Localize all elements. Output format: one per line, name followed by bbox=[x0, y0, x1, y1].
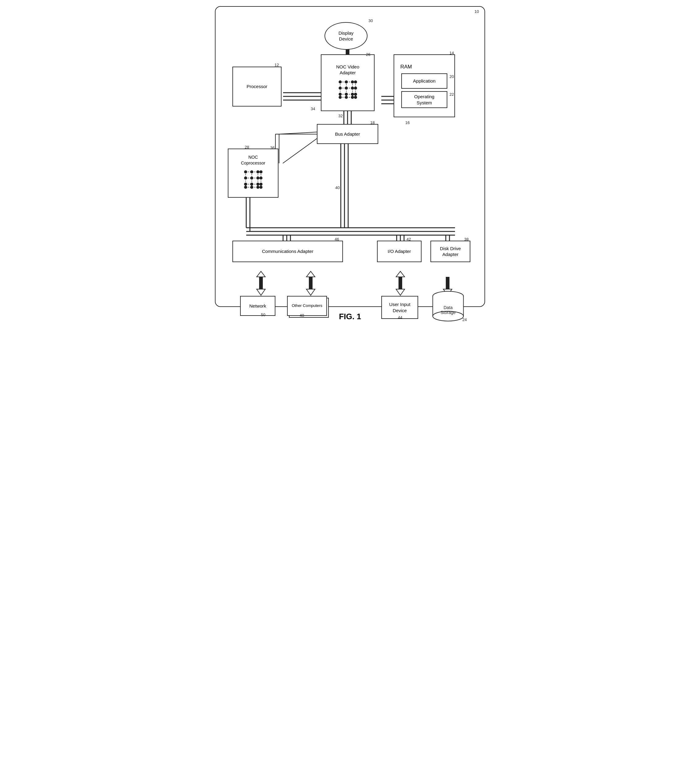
svg-point-90 bbox=[244, 177, 247, 180]
diagram-container: 10 bbox=[215, 6, 485, 307]
ref-30: 30 bbox=[368, 19, 373, 23]
ref-24: 24 bbox=[462, 318, 467, 322]
ref-20: 20 bbox=[449, 74, 454, 79]
ram-box: RAM Application Operating System bbox=[394, 54, 455, 117]
svg-point-73 bbox=[354, 93, 357, 96]
bus-adapter-label: Bus Adapter bbox=[335, 131, 360, 137]
application-box: Application bbox=[401, 74, 447, 89]
page-wrapper: 10 bbox=[212, 6, 488, 321]
ref-26: 26 bbox=[366, 52, 370, 57]
svg-line-21 bbox=[279, 132, 323, 134]
svg-point-101 bbox=[260, 186, 263, 189]
disk-drive-adapter-label: Disk Drive Adapter bbox=[440, 246, 461, 258]
communications-adapter-box: Communications Adapter bbox=[232, 241, 343, 262]
ref-36: 36 bbox=[270, 146, 274, 150]
processor-box: Processor bbox=[232, 67, 282, 106]
svg-point-62 bbox=[339, 80, 342, 83]
svg-point-96 bbox=[256, 183, 260, 186]
data-storage-container: Data Storage bbox=[431, 291, 466, 321]
ref-40: 40 bbox=[335, 185, 340, 190]
svg-point-76 bbox=[351, 96, 354, 99]
svg-marker-41 bbox=[257, 271, 265, 277]
noc-video-adapter-box: NOC Video Adapter bbox=[321, 54, 374, 111]
svg-point-74 bbox=[339, 96, 342, 99]
ref-12: 12 bbox=[274, 63, 279, 67]
svg-point-91 bbox=[250, 177, 253, 180]
svg-marker-43 bbox=[306, 289, 315, 295]
svg-point-65 bbox=[354, 80, 357, 83]
noc-coprocessor-box: NOC Coprocessor bbox=[228, 149, 279, 198]
processor-label: Processor bbox=[247, 83, 268, 90]
svg-point-66 bbox=[339, 86, 342, 90]
user-input-device-label: User Input Device bbox=[389, 301, 410, 313]
svg-point-72 bbox=[351, 93, 354, 96]
svg-point-68 bbox=[351, 86, 354, 90]
io-adapter-box: I/O Adapter bbox=[377, 241, 421, 262]
network-box: Network bbox=[240, 296, 276, 316]
ref-46: 46 bbox=[335, 237, 339, 241]
svg-point-92 bbox=[256, 177, 260, 180]
svg-point-70 bbox=[339, 93, 342, 96]
svg-text:Data: Data bbox=[444, 305, 453, 310]
svg-point-87 bbox=[250, 171, 253, 174]
application-label: Application bbox=[413, 78, 435, 84]
noc-coprocessor-label: NOC Coprocessor bbox=[241, 154, 265, 166]
svg-marker-40 bbox=[257, 289, 265, 295]
svg-point-97 bbox=[260, 183, 263, 186]
svg-point-71 bbox=[345, 93, 348, 96]
ref-48: 48 bbox=[300, 313, 304, 318]
svg-marker-46 bbox=[396, 289, 405, 295]
svg-point-89 bbox=[260, 171, 263, 174]
ref-50: 50 bbox=[261, 313, 265, 317]
disk-drive-adapter-box: Disk Drive Adapter bbox=[431, 241, 470, 262]
noc-video-grid bbox=[335, 77, 360, 102]
ref-34: 34 bbox=[311, 106, 315, 111]
svg-point-100 bbox=[256, 186, 260, 189]
svg-point-88 bbox=[256, 171, 260, 174]
svg-point-86 bbox=[244, 171, 247, 174]
network-label: Network bbox=[249, 303, 266, 309]
svg-point-95 bbox=[250, 183, 253, 186]
svg-point-67 bbox=[345, 86, 348, 90]
ram-label: RAM bbox=[400, 64, 412, 70]
operating-system-label: Operating System bbox=[414, 94, 434, 106]
svg-point-93 bbox=[260, 177, 263, 180]
bus-adapter-box: Bus Adapter bbox=[317, 124, 378, 144]
other-computers-label: Other Computers bbox=[292, 303, 323, 308]
data-storage-svg: Data Storage bbox=[431, 291, 466, 321]
svg-point-94 bbox=[244, 183, 247, 186]
svg-marker-44 bbox=[306, 271, 315, 277]
svg-point-69 bbox=[354, 86, 357, 90]
ref-38: 38 bbox=[464, 237, 468, 241]
svg-text:Storage: Storage bbox=[440, 310, 456, 315]
noc-video-label: NOC Video Adapter bbox=[336, 64, 360, 76]
ref-10: 10 bbox=[474, 9, 479, 14]
svg-point-98 bbox=[244, 186, 247, 189]
svg-point-64 bbox=[351, 80, 354, 83]
ref-44: 44 bbox=[398, 315, 402, 320]
operating-system-box: Operating System bbox=[401, 91, 447, 108]
ref-16: 16 bbox=[405, 121, 410, 125]
ref-28: 28 bbox=[245, 145, 249, 149]
ref-14: 14 bbox=[449, 51, 454, 55]
ref-22: 22 bbox=[449, 92, 454, 97]
other-computers-box-front: Other Computers bbox=[287, 296, 327, 316]
ref-42: 42 bbox=[407, 237, 411, 241]
noc-coprocessor-grid bbox=[241, 167, 266, 192]
ref-18: 18 bbox=[370, 121, 374, 125]
display-device-label: Display Device bbox=[338, 30, 353, 42]
svg-point-75 bbox=[345, 96, 348, 99]
communications-adapter-label: Communications Adapter bbox=[262, 248, 313, 254]
svg-point-99 bbox=[250, 186, 253, 189]
io-adapter-label: I/O Adapter bbox=[388, 248, 411, 254]
svg-point-63 bbox=[345, 80, 348, 83]
display-device-shape: Display Device bbox=[324, 22, 368, 50]
ref-32: 32 bbox=[338, 114, 343, 118]
svg-point-77 bbox=[354, 96, 357, 99]
svg-marker-47 bbox=[396, 271, 405, 277]
